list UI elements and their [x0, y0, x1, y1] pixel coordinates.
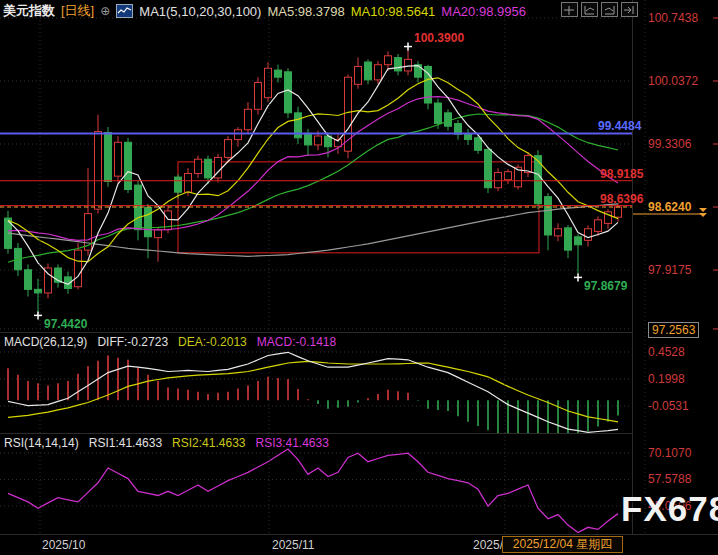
low-price-label: 97.8679: [584, 279, 627, 293]
axis-scale-left-icon[interactable]: [581, 2, 598, 17]
rsi-title: RSI(14,14,14): [4, 436, 79, 450]
candle[interactable]: [225, 140, 232, 158]
candle[interactable]: [475, 138, 482, 150]
candle[interactable]: [485, 149, 492, 187]
rsi1-value: RSI1:41.4633: [89, 436, 162, 450]
current-date-badge: 2025/12/04 星期四: [502, 536, 623, 553]
candle[interactable]: [575, 237, 582, 245]
rsi3-value: RSI3:41.4633: [256, 436, 329, 450]
hline-label-blue[interactable]: 99.4484: [598, 119, 641, 133]
price-marker-icon: [699, 208, 707, 217]
current-price-axis-label: 98.6240: [648, 200, 691, 214]
kline-chart-icon[interactable]: [116, 4, 133, 18]
rsi-pane[interactable]: [0, 449, 632, 533]
macd-title: MACD(26,12,9): [4, 335, 87, 349]
candle[interactable]: [615, 207, 622, 217]
macd-dea-value: DEA:-0.2013: [178, 335, 247, 349]
macd-axis-label: 0.4528: [648, 345, 685, 359]
rsi2-value: RSI2:41.4633: [172, 436, 245, 450]
candle[interactable]: [125, 142, 132, 189]
candle[interactable]: [115, 142, 122, 176]
high-price-label: 100.3900: [414, 31, 464, 45]
macd-value: MACD:-0.1418: [257, 335, 336, 349]
macd-axis-label: -0.0531: [648, 399, 689, 413]
candle[interactable]: [235, 130, 242, 140]
macd-rsi-divider: [0, 433, 632, 434]
hline-label-red1[interactable]: 98.9185: [600, 167, 643, 181]
ma-group-label: MA1(5,10,20,30,100): [139, 4, 261, 19]
candle[interactable]: [435, 103, 442, 124]
candle[interactable]: [265, 68, 272, 97]
axis-scale-right-icon[interactable]: [601, 2, 618, 17]
circle-plus-icon[interactable]: ⊕: [100, 4, 110, 18]
candle[interactable]: [205, 159, 212, 178]
ma20-value: MA20:98.9956: [441, 4, 526, 19]
candle[interactable]: [195, 159, 202, 173]
candle[interactable]: [175, 177, 182, 192]
candle[interactable]: [145, 207, 152, 236]
candle[interactable]: [545, 197, 552, 235]
candle[interactable]: [105, 132, 112, 181]
candle[interactable]: [185, 173, 192, 192]
candle[interactable]: [365, 62, 372, 80]
crosshair-icon[interactable]: [561, 2, 578, 17]
candle[interactable]: [375, 65, 382, 80]
candle[interactable]: [385, 56, 392, 65]
ma5-value: MA5:98.3798: [267, 4, 344, 19]
price-axis-divider: [632, 0, 633, 535]
time-axis-label-nov: 2025/11: [272, 538, 315, 552]
rsi-header: RSI(14,14,14) RSI1:41.4633 RSI2:41.4633 …: [4, 436, 329, 450]
candle[interactable]: [555, 229, 562, 236]
pan-right-icon[interactable]: [621, 2, 638, 17]
diff-line: [8, 352, 618, 432]
rsi-line: [8, 449, 618, 533]
macd-header: MACD(26,12,9) DIFF:-0.2723 DEA:-0.2013 M…: [4, 335, 336, 349]
candle[interactable]: [315, 136, 322, 145]
candle[interactable]: [25, 270, 32, 290]
candle[interactable]: [415, 65, 422, 77]
price-axis-label: 100.7438: [648, 11, 698, 25]
price-axis-label: 97.9175: [648, 263, 691, 277]
candle[interactable]: [305, 133, 312, 145]
rsi-axis-label: 70.1070: [648, 446, 691, 460]
candle[interactable]: [445, 113, 452, 126]
candle[interactable]: [565, 228, 572, 250]
candle[interactable]: [525, 156, 532, 173]
chart-toolbar: [558, 2, 638, 17]
main-pane[interactable]: [0, 18, 632, 329]
macd-diff-value: DIFF:-0.2723: [97, 335, 168, 349]
macd-axis-label: 0.1998: [648, 372, 685, 386]
candle[interactable]: [585, 229, 592, 241]
time-axis-label-oct: 2025/10: [42, 538, 85, 552]
candle[interactable]: [95, 132, 102, 210]
chart-canvas[interactable]: [0, 0, 718, 555]
price-axis-label: 99.3306: [648, 137, 691, 151]
time-axis-divider: [0, 534, 718, 535]
candle[interactable]: [355, 66, 362, 84]
candle[interactable]: [255, 83, 262, 110]
candle[interactable]: [495, 173, 502, 188]
watermark: FX678: [621, 489, 718, 529]
candle[interactable]: [285, 72, 292, 113]
price-axis-label: 100.0372: [648, 74, 698, 88]
candle[interactable]: [405, 59, 412, 71]
candle[interactable]: [155, 230, 162, 238]
ma10-value: MA10:98.5641: [351, 4, 436, 19]
symbol-title: 美元指数: [3, 2, 55, 20]
candle[interactable]: [505, 172, 512, 180]
candle[interactable]: [275, 70, 282, 77]
candle[interactable]: [395, 58, 402, 71]
candle[interactable]: [465, 134, 472, 139]
macd-pane[interactable]: [0, 352, 632, 439]
main-macd-divider: [0, 332, 632, 333]
candle[interactable]: [75, 250, 82, 287]
forex-chart-app: { "header": { "symbol": "美元指数", "period"…: [0, 0, 718, 555]
period-label[interactable]: [日线]: [61, 2, 94, 20]
candle[interactable]: [595, 220, 602, 232]
chart-header: 美元指数 [日线] ⊕ MA1(5,10,20,30,100) MA5:98.3…: [3, 2, 526, 20]
candle[interactable]: [245, 109, 252, 130]
low-price-label-oct: 97.4420: [44, 317, 87, 331]
time-axis-label-dec: 2025/: [473, 538, 503, 552]
hline-label-red2[interactable]: 98.6396: [600, 192, 643, 206]
range-low-axis-label: 97.2563: [648, 322, 699, 338]
